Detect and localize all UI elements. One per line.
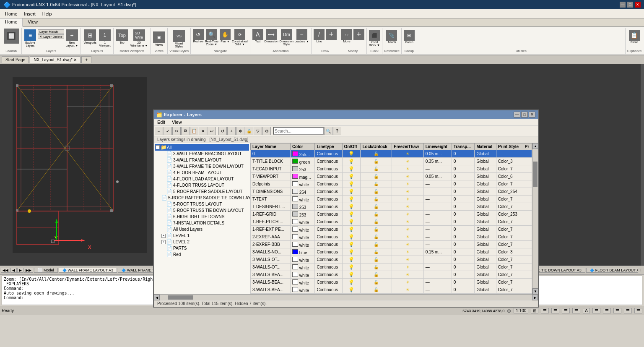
lineweight-cell[interactable]: — bbox=[423, 241, 452, 248]
freeze-cell[interactable]: ☀ bbox=[392, 173, 423, 180]
orbit-btn[interactable]: ⟳ ConstrainedOrbit ▼ bbox=[231, 29, 248, 46]
lock-cell[interactable]: 🔓 bbox=[361, 233, 392, 241]
freeze-cell[interactable]: ☀ bbox=[392, 248, 423, 256]
table-row[interactable]: 2-EXREF-BBB whiteContinuous💡🔓☀—0GlobalCo… bbox=[251, 241, 532, 248]
lineweight-btn[interactable]: ☰ bbox=[592, 308, 600, 313]
tb-paste-btn[interactable]: 📋 bbox=[190, 127, 198, 135]
tb-filter-btn[interactable]: ▽ bbox=[254, 127, 262, 135]
on-off-cell[interactable]: 💡 bbox=[342, 279, 361, 286]
layout-tab-1[interactable]: 🔷WALL FRAME LAYOUT A3 bbox=[59, 268, 117, 273]
freeze-cell[interactable]: ☀ bbox=[392, 180, 423, 188]
col-layer-name[interactable]: Layer Name bbox=[251, 143, 291, 150]
lock-cell[interactable]: 🔓 bbox=[361, 286, 392, 294]
tree-expand-all[interactable]: − bbox=[156, 145, 160, 149]
tb-help-btn[interactable]: ? bbox=[333, 127, 341, 135]
linetype-cell[interactable]: Continuous bbox=[315, 211, 342, 218]
freeze-cell[interactable]: ☀ bbox=[392, 256, 423, 264]
lineweight-cell[interactable]: — bbox=[423, 256, 452, 264]
freeze-cell[interactable]: ☀ bbox=[392, 188, 423, 196]
lock-cell[interactable]: 🔓 bbox=[361, 203, 392, 211]
layer-color-cell[interactable]: white bbox=[290, 294, 315, 295]
lock-cell[interactable]: 🔓 bbox=[361, 188, 392, 196]
ortho-btn[interactable]: ☰ bbox=[551, 308, 559, 313]
visual-styles-btn[interactable]: VS VisualStyles bbox=[172, 29, 186, 49]
tab-new[interactable]: + bbox=[81, 56, 91, 63]
ribbon-tab-home[interactable]: Home bbox=[0, 18, 23, 27]
table-row[interactable]: 3-WALLS-OT... whiteContinuous💡🔓☀—0Global… bbox=[251, 256, 532, 264]
lineweight-cell[interactable]: 0.05 m... bbox=[423, 173, 452, 180]
tree-item-5[interactable]: 📄4-FLOOR TRUSS LAYOUT bbox=[155, 182, 249, 188]
leaders-btn[interactable]: ← Leaders ▼ bbox=[294, 29, 309, 43]
linetype-cell[interactable]: Continuous bbox=[315, 294, 342, 295]
lineweight-cell[interactable]: — bbox=[423, 271, 452, 279]
layer-color-cell[interactable]: white bbox=[290, 241, 315, 248]
annot-btn[interactable]: A bbox=[583, 308, 590, 313]
explore-layers-btn[interactable]: ≡ ExploreLayers bbox=[23, 29, 37, 48]
linetype-cell[interactable]: Continuous bbox=[315, 173, 342, 180]
lock-cell[interactable]: 🔓 bbox=[361, 165, 392, 173]
on-off-cell[interactable]: 💡 bbox=[342, 271, 361, 279]
linetype-cell[interactable]: Continuous bbox=[315, 241, 342, 248]
freeze-cell[interactable]: ☀ bbox=[392, 158, 423, 165]
tree-item-12[interactable]: 📄All Used Layers bbox=[155, 226, 249, 232]
one-viewport-btn[interactable]: 1 1Viewport bbox=[98, 29, 112, 48]
table-row[interactable]: 0 255...Continuous💡🔓☀0.05 m...0Global bbox=[251, 150, 532, 158]
table-row[interactable]: 3-WALLS-BEA... whiteContinuous💡🔓☀—0Globa… bbox=[251, 271, 532, 279]
explorer-menu-edit[interactable]: Edit bbox=[154, 119, 169, 125]
tree-item-all[interactable]: − 📁 All bbox=[155, 144, 249, 151]
panel-resize-handle[interactable] bbox=[641, 64, 644, 266]
freeze-cell[interactable]: ☀ bbox=[392, 150, 423, 158]
tb-search-btn[interactable]: 🔍 bbox=[324, 127, 332, 135]
layer-color-cell[interactable]: white bbox=[290, 218, 315, 226]
table-row[interactable]: T-TEXT whiteContinuous💡🔓☀—0GlobalColor_7 bbox=[251, 196, 532, 203]
layout-tab-8[interactable]: 🔷FLOOR BEAM LAYOUT A3 bbox=[586, 268, 638, 273]
lock-cell[interactable]: 🔓 bbox=[361, 158, 392, 165]
tb-lock-btn[interactable]: 🔒 bbox=[245, 127, 253, 135]
on-off-cell[interactable]: 💡 bbox=[342, 226, 361, 233]
tb-settings-btn[interactable]: ⚙ bbox=[262, 127, 271, 135]
new-layout-btn[interactable]: + NewLayout ▼ bbox=[65, 29, 79, 48]
on-off-cell[interactable]: 💡 bbox=[342, 158, 361, 165]
table-row[interactable]: 3-WALLS-BEA... whiteContinuous💡🔓☀—0Globa… bbox=[251, 279, 532, 286]
table-row[interactable]: 3-WALLS-NO... blueContinuous💡🔓☀0.15 m...… bbox=[251, 248, 532, 256]
explorer-minimize-btn[interactable]: — bbox=[514, 112, 520, 117]
views-btn[interactable]: ▣ Views bbox=[152, 31, 166, 47]
viewports-btn[interactable]: ⊞ Viewports bbox=[83, 29, 97, 45]
lock-cell[interactable]: 🔓 bbox=[361, 294, 392, 295]
h-scrollbar[interactable]: ◀ ▶ bbox=[154, 294, 538, 300]
lock-cell[interactable]: 🔓 bbox=[361, 248, 392, 256]
on-off-cell[interactable]: 💡 bbox=[342, 196, 361, 203]
col-transp[interactable]: Transp... bbox=[452, 143, 475, 150]
tb-new-btn[interactable]: + bbox=[227, 127, 236, 135]
layer-tree[interactable]: − 📁 All 📄3-WALL FRAME BRACING LAYOUT📄3-W… bbox=[154, 143, 250, 294]
lineweight-cell[interactable]: 0.35 m... bbox=[423, 158, 452, 165]
layer-color-cell[interactable]: white bbox=[290, 256, 315, 264]
polar-btn[interactable]: ☰ bbox=[562, 308, 570, 313]
attach-btn[interactable]: 📎 Attach bbox=[386, 29, 397, 44]
tb-back-btn[interactable]: ← bbox=[155, 127, 163, 135]
lineweight-cell[interactable]: — bbox=[423, 196, 452, 203]
tb-delete-btn[interactable]: ✕ bbox=[199, 127, 207, 135]
explorer-menu-view[interactable]: View bbox=[169, 119, 185, 125]
realtime-zoom-btn[interactable]: 🔍 Real-TimeZoom ▼ bbox=[205, 29, 219, 46]
layer-color-cell[interactable]: white bbox=[290, 271, 315, 279]
linetype-cell[interactable]: Continuous bbox=[315, 150, 342, 158]
lineweight-cell[interactable]: — bbox=[423, 226, 452, 233]
on-off-cell[interactable]: 💡 bbox=[342, 218, 361, 226]
freeze-cell[interactable]: ☀ bbox=[392, 165, 423, 173]
tree-item-1[interactable]: 📄3-WALL FRAME LAYOUT bbox=[155, 157, 249, 163]
on-off-cell[interactable]: 💡 bbox=[342, 248, 361, 256]
dimension-style-btn[interactable]: Dm DimensionStyle bbox=[279, 29, 294, 46]
lineweight-cell[interactable]: — bbox=[423, 211, 452, 218]
linetype-cell[interactable]: Continuous bbox=[315, 196, 342, 203]
lock-cell[interactable]: 🔓 bbox=[361, 271, 392, 279]
layout-nav-next[interactable]: ▶ bbox=[17, 268, 23, 273]
layer-color-cell[interactable]: white bbox=[290, 279, 315, 286]
lineweight-cell[interactable]: — bbox=[423, 294, 452, 295]
linetype-cell[interactable]: Continuous bbox=[315, 203, 342, 211]
tree-item-6[interactable]: 📄5-ROOF RAFTER SADDLE LAYOUT bbox=[155, 188, 249, 195]
tb-cut-btn[interactable]: ✂ bbox=[172, 127, 181, 135]
lineweight-cell[interactable]: — bbox=[423, 188, 452, 196]
linetype-cell[interactable]: Continuous bbox=[315, 271, 342, 279]
layout-nav-next2[interactable]: ▶▶ bbox=[24, 268, 33, 273]
